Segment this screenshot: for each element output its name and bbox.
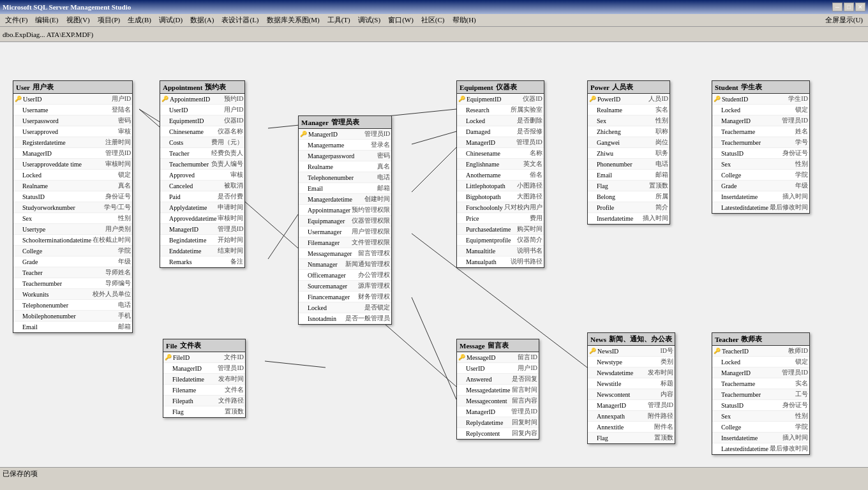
table-field-row: Latesteditdatetime最后修改时间 bbox=[712, 443, 809, 454]
table-message[interactable]: Message留言表🔑MessageID留言IDUserID用户IDAnswer… bbox=[456, 339, 539, 440]
field-cn-label: 文件ID bbox=[224, 353, 244, 362]
field-cn-label: 财务管理权 bbox=[358, 292, 390, 301]
table-field-row: 🔑TeacherID教师ID bbox=[712, 346, 809, 357]
field-cn-label: 管理员ID bbox=[218, 364, 244, 373]
menu-build[interactable]: 生成(B) bbox=[124, 14, 155, 26]
minimize-button[interactable]: ─ bbox=[832, 3, 842, 11]
field-cn-label: 邮箱 bbox=[118, 322, 131, 331]
table-field-row: Officemanager办公管理权 bbox=[299, 270, 391, 281]
close-button[interactable]: ✕ bbox=[855, 3, 865, 11]
field-name-label: Teacher bbox=[22, 269, 104, 276]
table-manager[interactable]: Manager管理员表🔑ManagerID管理员IDManagername登录名… bbox=[298, 115, 392, 325]
table-field-row: ManagerID管理员ID bbox=[160, 224, 244, 235]
field-cn-label: 回复内容 bbox=[512, 429, 537, 438]
menu-data[interactable]: 数据(A) bbox=[186, 14, 218, 26]
field-cn-label: 附件路径 bbox=[648, 412, 673, 420]
table-field-row: ManagerID管理员ID bbox=[13, 148, 132, 159]
table-field-row: EquipmentID仪器ID bbox=[160, 115, 244, 126]
field-name-label: StudentID bbox=[722, 96, 787, 103]
menu-file[interactable]: 文件(F) bbox=[1, 14, 31, 26]
menu-help[interactable]: 帮助(H) bbox=[449, 14, 480, 26]
diagram-canvas[interactable]: User用户表🔑UserID用户IDUsername登陆名Userpasswor… bbox=[0, 42, 868, 467]
field-name-label: Newstype bbox=[597, 359, 659, 366]
table-field-row: Manualpath说明书路径 bbox=[457, 256, 544, 267]
field-cn-label: 所属实验室 bbox=[511, 105, 542, 114]
field-name-label: Email bbox=[22, 323, 117, 330]
table-field-row: Messagecontent留言内容 bbox=[457, 396, 539, 406]
menu-fullscreen[interactable]: 全屏显示(U) bbox=[821, 14, 867, 26]
table-field-row: Appointmanager预约管理权限 bbox=[299, 205, 391, 216]
key-icon: 🔑 bbox=[589, 96, 596, 102]
table-file[interactable]: File文件表🔑FileID文件IDManagerID管理员IDFiledate… bbox=[163, 339, 246, 418]
menu-debug[interactable]: 调试(D) bbox=[155, 14, 186, 26]
table-field-row: Userpassword密码 bbox=[13, 115, 132, 126]
table-equipment[interactable]: Equipment仪器表🔑EquipmentID仪器IDResearch所属实验… bbox=[456, 80, 544, 268]
table-field-row: 🔑MessageID留言ID bbox=[457, 352, 539, 363]
field-name-label: Zhicheng bbox=[597, 128, 654, 135]
table-field-row: Paid是否付费 bbox=[160, 191, 244, 202]
menu-view[interactable]: 视图(V) bbox=[63, 14, 94, 26]
menu-project[interactable]: 项目(P) bbox=[94, 14, 124, 26]
table-user[interactable]: User用户表🔑UserID用户IDUsername登陆名Userpasswor… bbox=[13, 80, 133, 333]
window-title: Microsoft SQL Server Management Studio bbox=[3, 3, 131, 11]
table-file-header: File文件表 bbox=[163, 339, 245, 352]
menu-table-designer[interactable]: 表设计器(L) bbox=[218, 14, 262, 26]
field-name-label: Usermanager bbox=[308, 228, 350, 235]
menu-window[interactable]: 窗口(W) bbox=[384, 14, 417, 26]
field-name-label: Teachernumber bbox=[721, 391, 794, 398]
field-cn-label: 购买时间 bbox=[517, 225, 542, 234]
window-controls[interactable]: ─ □ ✕ bbox=[832, 3, 865, 11]
field-name-label: Grade bbox=[22, 258, 117, 265]
field-cn-label: 注册时间 bbox=[105, 138, 131, 147]
field-name-label: Userapproveddate time bbox=[22, 161, 104, 168]
table-file-cn: 文件表 bbox=[180, 341, 201, 350]
table-field-row: Approveddatetime审核时间 bbox=[160, 213, 244, 224]
field-cn-label: 锁定 bbox=[118, 170, 131, 179]
table-news[interactable]: News新闻、通知、办公表🔑NewsIDID号Newstype类别Newsdat… bbox=[587, 332, 675, 444]
field-name-label: Replycontent bbox=[466, 430, 511, 437]
table-field-row: Gangwei岗位 bbox=[588, 137, 670, 148]
table-field-row: Studyorworknumber学号/工号 bbox=[13, 202, 132, 213]
field-cn-label: 学院 bbox=[795, 170, 808, 179]
table-field-row: 🔑AppointmentID预约ID bbox=[160, 94, 244, 105]
menu-tools[interactable]: 工具(T) bbox=[324, 14, 354, 26]
table-appointment[interactable]: Appointment预约表🔑AppointmentID预约IDUserID用户… bbox=[160, 80, 245, 268]
field-name-label: NewsID bbox=[597, 348, 659, 355]
maximize-button[interactable]: □ bbox=[844, 3, 854, 11]
field-cn-label: 职称 bbox=[655, 127, 668, 136]
field-name-label: Answered bbox=[466, 376, 511, 383]
table-field-row: Locked是否锁定 bbox=[299, 302, 391, 313]
table-field-row: Insertdatetime插入时间 bbox=[712, 433, 809, 443]
field-name-label: Enddatetime bbox=[169, 248, 216, 255]
field-name-label: Studyorworknumber bbox=[22, 204, 103, 211]
menu-edit[interactable]: 编辑(E) bbox=[31, 14, 62, 26]
field-name-label: College bbox=[22, 248, 117, 255]
table-field-row: Sex性别 bbox=[712, 159, 809, 170]
table-teacher[interactable]: Teacher教师表🔑TeacherID教师IDLocked锁定ManagerI… bbox=[712, 332, 810, 455]
field-cn-label: 费用（元） bbox=[211, 138, 243, 147]
field-name-label: Littlephotopath bbox=[466, 182, 516, 189]
field-cn-label: 职务 bbox=[655, 149, 668, 158]
menu-test[interactable]: 调试(S) bbox=[354, 14, 384, 26]
field-cn-label: 文件路径 bbox=[218, 396, 244, 405]
field-cn-label: 登录名 bbox=[371, 140, 390, 149]
field-cn-label: 性别 bbox=[655, 116, 668, 125]
menu-community[interactable]: 社区(C) bbox=[417, 14, 449, 26]
field-cn-label: 留言ID bbox=[518, 353, 537, 362]
table-power[interactable]: Power人员表🔑PowerID人员IDRealname实名Sex性别Zhich… bbox=[587, 80, 670, 225]
field-name-label: Sex bbox=[721, 413, 794, 420]
table-student[interactable]: Student学生表🔑StudentID学生IDLocked锁定ManagerI… bbox=[712, 80, 810, 214]
table-field-row: Filedatetime发布时间 bbox=[163, 374, 245, 385]
field-cn-label: 留言管理权 bbox=[358, 249, 390, 258]
table-field-row: ManagerID管理员ID bbox=[712, 368, 809, 378]
menu-db-diagram[interactable]: 数据库关系图(M) bbox=[263, 14, 324, 26]
table-field-row: Insertdatetime插入时间 bbox=[712, 191, 809, 202]
field-name-label: Newstitle bbox=[597, 380, 659, 387]
field-cn-label: 工号 bbox=[795, 390, 808, 399]
table-message-cn: 留言表 bbox=[488, 341, 509, 350]
table-teacher-name: Teacher bbox=[715, 336, 738, 343]
field-name-label: Managername bbox=[308, 142, 370, 149]
field-name-label: Latesteditdatetime bbox=[721, 204, 768, 211]
field-cn-label: 人员ID bbox=[648, 94, 668, 103]
field-name-label: Annextitle bbox=[597, 424, 653, 431]
